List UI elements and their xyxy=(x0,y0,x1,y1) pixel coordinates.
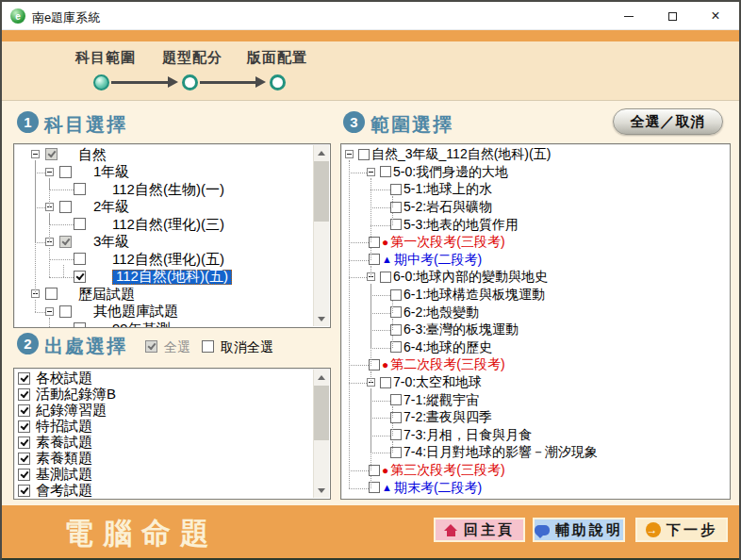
scroll-down-icon[interactable] xyxy=(314,311,329,326)
tree-checkbox[interactable] xyxy=(390,289,402,301)
scroll-up-icon[interactable] xyxy=(314,145,329,160)
tree-checkbox[interactable] xyxy=(59,201,72,213)
source-item-label[interactable]: 活動紀錄簿B xyxy=(36,387,116,403)
next-step-button[interactable]: 下一步 xyxy=(635,518,728,542)
collapse-minus-icon[interactable] xyxy=(367,168,375,176)
tree-node-label[interactable]: 5-0:我們身邊的大地 xyxy=(393,164,508,182)
tree-node-label[interactable]: 2年級 xyxy=(93,199,129,217)
tree-node-label[interactable]: 3年級 xyxy=(93,234,129,252)
tree-checkbox[interactable] xyxy=(380,377,391,388)
list-item[interactable]: 基測試題 xyxy=(14,467,314,483)
select-all-checkbox[interactable] xyxy=(145,340,157,353)
tree-node-label[interactable]: 112自然(生物)(一) xyxy=(112,181,224,199)
tree-node-label[interactable]: 112自然(理化)(五) xyxy=(112,251,224,269)
list-item[interactable]: 會考試題 xyxy=(14,483,314,499)
tree-checkbox[interactable] xyxy=(74,322,86,327)
tree-row: 7-1:縱觀宇宙 xyxy=(341,391,730,409)
tree-connector xyxy=(370,248,371,260)
tree-node-label[interactable]: 其他題庫試題 xyxy=(93,304,178,321)
tree-checkbox[interactable] xyxy=(45,288,58,300)
source-checkbox[interactable] xyxy=(18,469,30,481)
source-checkbox[interactable] xyxy=(18,404,30,417)
tree-node-label[interactable]: ●第一次段考(三段考) xyxy=(382,234,505,252)
scrollbar-thumb[interactable] xyxy=(314,386,329,440)
tree-node-label[interactable]: 6-1:地球構造與板塊運動 xyxy=(403,287,545,305)
tree-checkbox[interactable] xyxy=(45,148,58,160)
source-checkbox[interactable] xyxy=(18,372,30,385)
tree-node-label[interactable]: 自然_3年級_112自然(地科)(五) xyxy=(371,146,551,164)
collapse-minus-icon[interactable] xyxy=(31,150,40,158)
help-button[interactable]: 輔助說明 xyxy=(533,518,625,542)
tree-node-label[interactable]: 99年基測 xyxy=(112,321,171,327)
scroll-down-icon[interactable] xyxy=(314,483,329,498)
source-item-label[interactable]: 素養試題 xyxy=(36,435,92,451)
collapse-minus-icon[interactable] xyxy=(345,150,354,158)
tree-connector xyxy=(392,336,393,348)
tree-checkbox[interactable] xyxy=(390,184,402,195)
tree-checkbox[interactable] xyxy=(59,305,72,318)
source-checkbox[interactable] xyxy=(18,453,30,465)
tree-checkbox[interactable] xyxy=(380,166,391,177)
tree-node-label[interactable]: ●第三次段考(三段考) xyxy=(382,462,505,480)
tree-checkbox[interactable] xyxy=(74,253,86,265)
tree-checkbox[interactable] xyxy=(74,271,86,283)
tree-node-label[interactable]: ▲期末考(二段考) xyxy=(382,479,482,497)
source-item-label[interactable]: 特招試題 xyxy=(36,419,92,435)
tree-node-label[interactable]: 6-0:地球內部的變動與地史 xyxy=(393,269,548,287)
tree-node-label[interactable]: 6-2:地殼變動 xyxy=(403,304,479,321)
tree-checkbox[interactable] xyxy=(59,166,72,178)
scroll-up-icon[interactable] xyxy=(314,370,329,385)
tree-node-label[interactable]: 5-3:地表的地質作用 xyxy=(403,216,519,234)
source-checkbox[interactable] xyxy=(18,436,30,449)
tree-node-label[interactable]: 歷屆試題 xyxy=(78,286,135,304)
minimize-icon[interactable] xyxy=(607,2,650,30)
tree-node-label[interactable]: 112自然(理化)(三) xyxy=(112,216,224,234)
tree-node-label[interactable]: 5-2:岩石與礦物 xyxy=(403,199,492,217)
tree-checkbox[interactable] xyxy=(74,218,86,230)
deselect-all-checkbox[interactable] xyxy=(202,340,214,353)
source-item-label[interactable]: 基測試題 xyxy=(36,467,92,483)
list-item[interactable]: 素養試題 xyxy=(14,435,314,451)
maximize-icon[interactable] xyxy=(650,2,694,30)
collapse-minus-icon[interactable] xyxy=(45,168,54,176)
tree-node-label[interactable]: 1年級 xyxy=(93,164,129,182)
tree-node-label[interactable]: 7-1:縱觀宇宙 xyxy=(403,391,479,409)
tree-checkbox[interactable] xyxy=(380,272,391,283)
select-toggle-all-button[interactable]: 全選／取消 xyxy=(613,108,723,135)
source-item-label[interactable]: 會考試題 xyxy=(36,483,92,499)
home-button[interactable]: 回主頁 xyxy=(434,518,525,542)
source-item-label[interactable]: 各校試題 xyxy=(36,371,92,387)
source-item-label[interactable]: 紀錄簿習題 xyxy=(36,403,107,419)
collapse-minus-icon[interactable] xyxy=(45,307,54,316)
tree-node-label[interactable]: 6-3:臺灣的板塊運動 xyxy=(403,321,519,339)
source-checkbox[interactable] xyxy=(18,485,30,497)
vertical-scrollbar[interactable] xyxy=(313,145,329,326)
tree-checkbox[interactable] xyxy=(390,394,402,405)
tree-checkbox[interactable] xyxy=(358,149,370,160)
tree-node-label[interactable]: 自然 xyxy=(78,146,107,164)
tree-node-label[interactable]: 6-4:地球的歷史 xyxy=(403,339,492,357)
list-item[interactable]: 各校試題 xyxy=(14,371,314,387)
list-item[interactable]: 特招試題 xyxy=(14,419,314,435)
select-all-label[interactable]: 全選 xyxy=(164,339,190,356)
scrollbar-thumb[interactable] xyxy=(314,161,329,222)
deselect-all-label[interactable]: 取消全選 xyxy=(221,339,273,356)
tree-node-label[interactable]: 7-3:月相，日食與月食 xyxy=(403,427,532,445)
tree-node-label[interactable]: 7-4:日月對地球的影響－潮汐現象 xyxy=(403,444,598,462)
list-item[interactable]: 紀錄簿習題 xyxy=(14,403,314,419)
source-checkbox[interactable] xyxy=(18,388,30,401)
tree-node-label[interactable]: 7-0:太空和地球 xyxy=(393,374,482,392)
tree-node-label[interactable]: 5-1:地球上的水 xyxy=(403,181,492,199)
tree-node-label[interactable]: 112自然(地科)(五) xyxy=(112,270,232,286)
list-item[interactable]: 活動紀錄簿B xyxy=(14,387,314,403)
tree-checkbox[interactable] xyxy=(59,236,72,248)
close-icon[interactable]: × xyxy=(694,2,737,30)
tree-checkbox[interactable] xyxy=(74,183,86,195)
vertical-scrollbar[interactable] xyxy=(313,370,329,498)
list-item[interactable]: 素養類題 xyxy=(14,451,314,467)
tree-node-label[interactable]: ●第二次段考(三段考) xyxy=(382,356,505,374)
source-item-label[interactable]: 素養類題 xyxy=(36,451,92,467)
source-checkbox[interactable] xyxy=(18,420,30,433)
tree-node-label[interactable]: ▲期中考(二段考) xyxy=(382,252,482,270)
tree-node-label[interactable]: 7-2:晝夜與四季 xyxy=(403,409,492,427)
